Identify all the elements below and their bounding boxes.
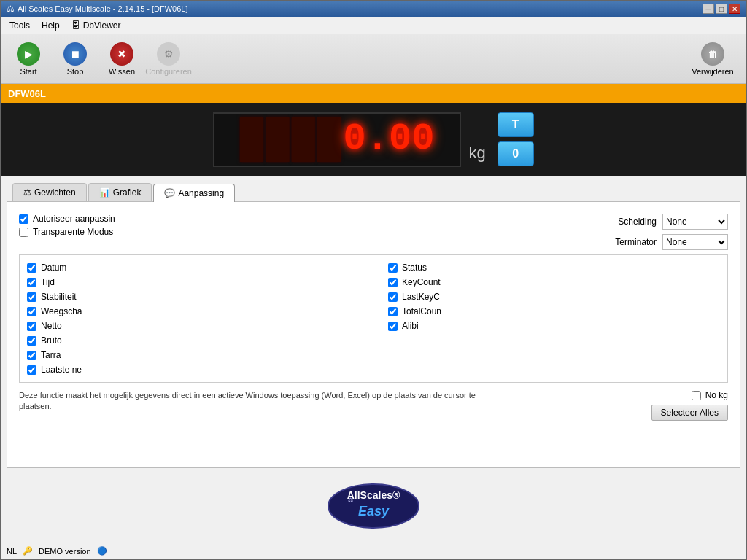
bruto-checkbox[interactable] — [27, 336, 36, 346]
checkbox-totalcoun: TotalCoun — [388, 306, 720, 316]
configureren-icon: ⚙ — [157, 42, 180, 66]
tabs-section: ⚖ Gewichten 📊 Grafiek 💬 Aanpassing — [1, 176, 746, 471]
svg-text:Easy: Easy — [358, 504, 390, 518]
autoriseer-checkbox[interactable] — [19, 214, 28, 224]
title-bar: ⚖ All Scales Easy Multiscale - 2.14.15 -… — [1, 1, 746, 17]
menu-help[interactable]: Help — [36, 19, 66, 32]
stop-icon: ⏹ — [63, 42, 87, 66]
checkbox-tijd: Tijd — [27, 277, 359, 287]
no-kg-label: No kg — [705, 390, 728, 400]
stop-button[interactable]: ⏹ Stop — [53, 38, 97, 80]
wissen-icon: ✖ — [110, 42, 133, 66]
checkbox-lastkeyc: LastKeyC — [388, 292, 720, 302]
tab-content: Autoriseer aanpassin Transparente Modus … — [7, 202, 740, 468]
aanpassing-panel: Autoriseer aanpassin Transparente Modus … — [13, 208, 734, 427]
app-icon: ⚖ — [7, 4, 15, 14]
menu-tools[interactable]: Tools — [4, 19, 36, 32]
info-icon: 🔵 — [97, 546, 107, 556]
checkbox-laatste-ne: Laatste ne — [27, 365, 359, 375]
menu-dbviewer[interactable]: 🗄 DbViewer — [66, 19, 127, 32]
dbviewer-icon: 🗄 — [71, 20, 80, 31]
zero-button[interactable]: 0 — [498, 141, 534, 166]
logo-container: AllScales® ⚖ Easy — [326, 483, 421, 530]
led-display: ████ 0.00 — [213, 112, 461, 167]
display-area: ████ 0.00 kg T 0 — [1, 103, 746, 176]
tare-button[interactable]: T — [498, 112, 534, 137]
status-checkbox[interactable] — [388, 263, 398, 273]
verwijderen-icon: 🗑 — [701, 42, 724, 66]
title-controls: ─ □ ✕ — [703, 4, 740, 14]
close-button[interactable]: ✕ — [729, 4, 740, 14]
toolbar: ▶ Start ⏹ Stop ✖ Wissen ⚙ Configureren 🗑 — [1, 34, 746, 84]
terminator-label: Terminator — [615, 237, 657, 247]
terminator-row: Terminator None CR LF CRLF — [615, 234, 728, 250]
header-right: Scheiding None Tab Comma Semicolon Termi… — [615, 214, 728, 250]
led-value: 0.00 — [344, 120, 435, 158]
gewichten-icon: ⚖ — [23, 187, 31, 198]
checkbox-tarra: Tarra — [27, 350, 359, 360]
menu-bar: Tools Help 🗄 DbViewer — [1, 17, 746, 34]
key-icon: 🔑 — [23, 546, 33, 556]
wissen-button[interactable]: ✖ Wissen — [100, 38, 144, 80]
footer-note: Deze functie maakt het mogelijk gegevens… — [19, 390, 728, 421]
aanpassing-icon: 💬 — [164, 188, 175, 198]
device-header: DFW06L — [1, 84, 746, 103]
status-bar: NL 🔑 DEMO version 🔵 — [1, 542, 746, 559]
laatste-ne-checkbox[interactable] — [27, 365, 36, 375]
start-icon: ▶ — [17, 42, 40, 66]
window-title: All Scales Easy Multiscale - 2.14.15 - [… — [18, 4, 188, 13]
tab-bar: ⚖ Gewichten 📊 Grafiek 💬 Aanpassing — [7, 179, 740, 202]
scheiding-label: Scheiding — [618, 217, 657, 227]
terminator-select[interactable]: None CR LF CRLF — [662, 234, 728, 250]
kg-unit-label: kg — [468, 144, 485, 168]
tab-grafiek[interactable]: 📊 Grafiek — [88, 183, 152, 201]
app-window: ⚖ All Scales Easy Multiscale - 2.14.15 -… — [0, 0, 747, 560]
no-kg-checkbox[interactable] — [692, 391, 701, 400]
checkbox-bruto: Bruto — [27, 335, 359, 346]
svg-text:AllScales®: AllScales® — [347, 489, 400, 501]
checkbox-keycount: KeyCount — [388, 277, 720, 287]
transparente-checkbox[interactable] — [19, 228, 28, 237]
start-button[interactable]: ▶ Start — [7, 38, 50, 80]
totalcoun-checkbox[interactable] — [388, 307, 398, 316]
demo-version-label: DEMO version — [39, 547, 91, 556]
display-buttons: T 0 — [498, 112, 534, 166]
tab-gewichten[interactable]: ⚖ Gewichten — [12, 183, 87, 201]
weegscha-checkbox[interactable] — [27, 307, 36, 316]
checkbox-grid: Datum Status Tijd KeyCount — [19, 254, 728, 383]
header-left: Autoriseer aanpassin Transparente Modus — [19, 214, 115, 237]
configureren-button[interactable]: ⚙ Configureren — [147, 38, 190, 80]
tijd-checkbox[interactable] — [27, 278, 36, 287]
transparente-label: Transparente Modus — [33, 227, 113, 237]
tarra-checkbox[interactable] — [27, 351, 36, 360]
checkbox-weegscha: Weegscha — [27, 306, 359, 316]
alibi-checkbox[interactable] — [388, 322, 398, 331]
footer-controls: No kg Selecteer Alles — [651, 390, 728, 421]
checkbox-alibi: Alibi — [388, 321, 720, 331]
checkbox-netto: Netto — [27, 321, 359, 331]
verwijderen-button[interactable]: 🗑 Verwijderen — [691, 38, 735, 80]
scheiding-select[interactable]: None Tab Comma Semicolon — [662, 214, 728, 230]
no-kg-row: No kg — [692, 390, 728, 400]
logo-svg: AllScales® ⚖ Easy — [326, 483, 421, 530]
autoriseer-label: Autoriseer aanpassin — [33, 214, 115, 224]
lastkeyc-checkbox[interactable] — [388, 292, 398, 302]
autoriseer-row: Autoriseer aanpassin — [19, 214, 115, 224]
minimize-button[interactable]: ─ — [703, 4, 714, 14]
checkbox-stabiliteit: Stabiliteit — [27, 292, 359, 302]
scheiding-row: Scheiding None Tab Comma Semicolon — [618, 214, 728, 230]
checkbox-status: Status — [388, 262, 720, 273]
netto-checkbox[interactable] — [27, 322, 36, 331]
note-text: Deze functie maakt het mogelijk gegevens… — [19, 390, 493, 413]
logo-area: AllScales® ⚖ Easy — [1, 471, 746, 542]
device-name: DFW06L — [8, 88, 46, 99]
tab-aanpassing[interactable]: 💬 Aanpassing — [153, 184, 235, 202]
svg-text:⚖: ⚖ — [348, 497, 353, 503]
keycount-checkbox[interactable] — [388, 278, 398, 287]
maximize-button[interactable]: □ — [716, 4, 727, 14]
selecteer-alles-button[interactable]: Selecteer Alles — [651, 405, 728, 421]
stabiliteit-checkbox[interactable] — [27, 292, 36, 302]
checkbox-datum: Datum — [27, 262, 359, 273]
led-dashes: ████ — [240, 120, 343, 158]
datum-checkbox[interactable] — [27, 263, 36, 273]
